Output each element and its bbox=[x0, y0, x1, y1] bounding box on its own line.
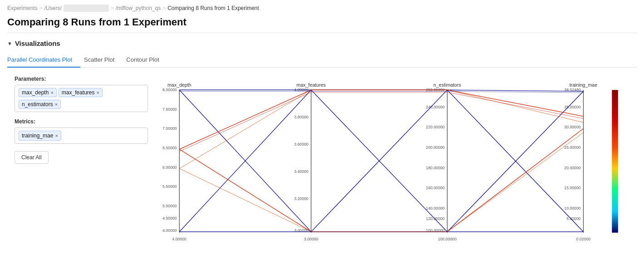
left-panel: Parameters: max_depth × max_features × n… bbox=[15, 74, 155, 252]
breadcrumb: Experiments > /Users/ > /mlflow_python_q… bbox=[0, 0, 644, 15]
svg-text:3.00000: 3.00000 bbox=[304, 237, 319, 241]
tab-contour-plot[interactable]: Contour Plot bbox=[126, 53, 167, 68]
svg-text:120.00000: 120.00000 bbox=[426, 216, 445, 221]
remove-training-mae[interactable]: × bbox=[55, 133, 58, 138]
svg-text:max_depth: max_depth bbox=[167, 82, 192, 88]
svg-text:7.50000: 7.50000 bbox=[162, 107, 177, 112]
breadcrumb-experiments[interactable]: Experiments bbox=[7, 5, 38, 11]
svg-text:4.00000: 4.00000 bbox=[172, 237, 187, 241]
tab-parallel-coordinates[interactable]: Parallel Coordinates Plot bbox=[7, 53, 80, 68]
svg-text:200.00000: 200.00000 bbox=[426, 145, 445, 150]
svg-text:max_features: max_features bbox=[296, 82, 325, 88]
remove-n-estimators[interactable]: × bbox=[55, 102, 58, 107]
svg-text:4.00000: 4.00000 bbox=[162, 228, 177, 233]
remove-max-depth[interactable]: × bbox=[50, 90, 53, 95]
tag-max-depth[interactable]: max_depth × bbox=[19, 88, 57, 97]
svg-text:n_estimators: n_estimators bbox=[433, 82, 461, 88]
svg-text:10.00000: 10.00000 bbox=[564, 206, 580, 210]
chart-area: max_depth max_features n_estimators trai… bbox=[155, 74, 629, 252]
svg-text:180.00000: 180.00000 bbox=[426, 166, 445, 170]
svg-text:30.00000: 30.00000 bbox=[564, 125, 580, 129]
svg-text:3.40000: 3.40000 bbox=[294, 169, 309, 174]
parallel-coordinates-chart: max_depth max_features n_estimators trai… bbox=[155, 74, 629, 251]
svg-text:20.00000: 20.00000 bbox=[564, 166, 580, 170]
visualizations-header[interactable]: ▼ Visualizations bbox=[7, 39, 637, 47]
svg-text:5.00000: 5.00000 bbox=[566, 216, 581, 221]
breadcrumb-username bbox=[64, 5, 109, 12]
svg-text:100.00000: 100.00000 bbox=[438, 237, 457, 241]
svg-text:7.00000: 7.00000 bbox=[162, 126, 177, 131]
visualizations-label: Visualizations bbox=[15, 39, 60, 47]
parameters-label: Parameters: bbox=[15, 76, 148, 82]
page-title: Comparing 8 Runs from 1 Experiment bbox=[0, 15, 644, 33]
color-scale-bar bbox=[612, 90, 618, 232]
chevron-down-icon: ▼ bbox=[7, 41, 12, 46]
breadcrumb-current: Comparing 8 Runs from 1 Experiment bbox=[167, 5, 259, 11]
breadcrumb-users: /Users/ bbox=[44, 5, 62, 11]
tab-scatter-plot[interactable]: Scatter Plot bbox=[84, 53, 123, 68]
tag-training-mae[interactable]: training_mae × bbox=[19, 131, 61, 141]
clear-all-button[interactable]: Clear All bbox=[15, 151, 49, 164]
main-content: Parameters: max_depth × max_features × n… bbox=[7, 74, 637, 252]
svg-text:0.02000: 0.02000 bbox=[576, 237, 591, 241]
svg-text:6.50000: 6.50000 bbox=[162, 146, 177, 150]
tag-n-estimators[interactable]: n_estimators × bbox=[19, 100, 61, 109]
svg-text:220.00000: 220.00000 bbox=[426, 125, 445, 129]
parameters-tags-box: max_depth × max_features × n_estimators … bbox=[15, 85, 148, 112]
svg-text:6.00000: 6.00000 bbox=[162, 165, 177, 170]
svg-text:5.00000: 5.00000 bbox=[162, 204, 177, 208]
svg-text:training_mae: training_mae bbox=[570, 82, 598, 88]
svg-text:140.00000: 140.00000 bbox=[426, 206, 445, 210]
svg-text:15.00000: 15.00000 bbox=[564, 186, 580, 190]
metrics-label: Metrics: bbox=[15, 118, 148, 125]
svg-text:4.50000: 4.50000 bbox=[162, 216, 177, 220]
svg-text:8.00000: 8.00000 bbox=[162, 88, 177, 92]
svg-text:25.00000: 25.00000 bbox=[564, 145, 580, 150]
svg-text:3.20000: 3.20000 bbox=[294, 196, 309, 201]
tabs-bar: Parallel Coordinates Plot Scatter Plot C… bbox=[7, 53, 637, 68]
svg-text:160.00000: 160.00000 bbox=[426, 186, 445, 190]
breadcrumb-experiment-name[interactable]: /mlflow_python_qs bbox=[116, 5, 161, 11]
svg-text:240.00000: 240.00000 bbox=[426, 105, 445, 109]
svg-text:3.60000: 3.60000 bbox=[294, 142, 309, 147]
metrics-tags-box: training_mae × bbox=[15, 127, 148, 144]
remove-max-features[interactable]: × bbox=[97, 90, 99, 95]
visualizations-section: ▼ Visualizations Parallel Coordinates Pl… bbox=[0, 33, 644, 252]
svg-text:5.50000: 5.50000 bbox=[162, 184, 177, 189]
tag-max-features[interactable]: max_features × bbox=[59, 88, 103, 97]
svg-text:3.80000: 3.80000 bbox=[294, 115, 309, 119]
